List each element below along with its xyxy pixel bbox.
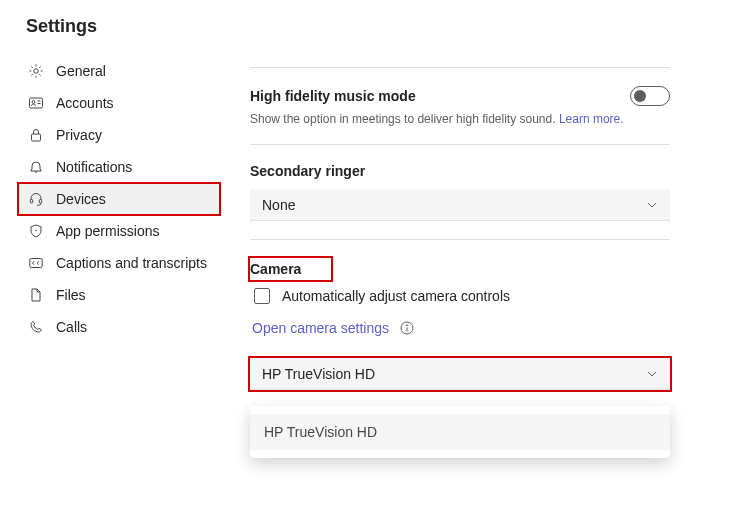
chevron-down-icon <box>646 368 658 380</box>
camera-select[interactable]: HP TrueVision HD <box>250 358 670 390</box>
svg-rect-7 <box>30 259 42 268</box>
sidebar-item-label: App permissions <box>56 223 160 239</box>
svg-rect-4 <box>30 200 32 204</box>
camera-option[interactable]: HP TrueVision HD <box>250 414 670 450</box>
music-mode-desc: Show the option in meetings to deliver h… <box>250 112 670 126</box>
sidebar-item-notifications[interactable]: Notifications <box>18 151 220 183</box>
sidebar-item-captions[interactable]: Captions and transcripts <box>18 247 220 279</box>
sidebar-item-general[interactable]: General <box>18 55 220 87</box>
sidebar-item-label: Calls <box>56 319 87 335</box>
secondary-ringer-title: Secondary ringer <box>250 163 670 179</box>
sidebar-item-app-permissions[interactable]: App permissions <box>18 215 220 247</box>
chevron-down-icon <box>646 199 658 211</box>
gear-icon <box>28 63 44 79</box>
svg-point-0 <box>34 69 38 73</box>
sidebar-item-label: Devices <box>56 191 106 207</box>
shield-icon <box>28 223 44 239</box>
svg-point-2 <box>32 101 35 104</box>
music-mode-section: High fidelity music mode Show the option… <box>250 68 670 144</box>
camera-auto-adjust-checkbox[interactable] <box>254 288 270 304</box>
sidebar-item-accounts[interactable]: Accounts <box>18 87 220 119</box>
music-mode-title: High fidelity music mode <box>250 88 416 104</box>
svg-rect-1 <box>30 98 43 108</box>
camera-select-value: HP TrueVision HD <box>262 366 375 382</box>
secondary-ringer-value: None <box>262 197 295 213</box>
headset-icon <box>28 191 44 207</box>
file-icon <box>28 287 44 303</box>
open-camera-settings-link[interactable]: Open camera settings <box>252 320 389 336</box>
svg-point-9 <box>406 325 407 326</box>
captions-icon <box>28 255 44 271</box>
info-icon[interactable] <box>399 320 415 336</box>
sidebar-item-calls[interactable]: Calls <box>18 311 220 343</box>
phone-icon <box>28 319 44 335</box>
sidebar-item-label: Privacy <box>56 127 102 143</box>
sidebar-item-label: Accounts <box>56 95 114 111</box>
sidebar-item-label: General <box>56 63 106 79</box>
id-card-icon <box>28 95 44 111</box>
camera-section: Camera Automatically adjust camera contr… <box>250 240 670 390</box>
sidebar-item-label: Captions and transcripts <box>56 255 207 271</box>
music-mode-desc-text: Show the option in meetings to deliver h… <box>250 112 556 126</box>
music-mode-toggle[interactable] <box>630 86 670 106</box>
page-title: Settings <box>0 0 730 55</box>
camera-title-highlight: Camera <box>250 258 331 280</box>
learn-more-link[interactable]: Learn more. <box>559 112 624 126</box>
svg-rect-3 <box>32 134 41 141</box>
sidebar-item-files[interactable]: Files <box>18 279 220 311</box>
secondary-ringer-section: Secondary ringer None <box>250 145 670 239</box>
sidebar-item-devices[interactable]: Devices <box>18 183 220 215</box>
camera-title: Camera <box>250 261 301 277</box>
svg-point-6 <box>36 230 37 231</box>
lock-icon <box>28 127 44 143</box>
camera-select-dropdown: HP TrueVision HD <box>250 406 670 458</box>
sidebar-item-label: Files <box>56 287 86 303</box>
settings-main: High fidelity music mode Show the option… <box>230 55 730 512</box>
camera-auto-adjust-label: Automatically adjust camera controls <box>282 288 510 304</box>
bell-icon <box>28 159 44 175</box>
sidebar-item-privacy[interactable]: Privacy <box>18 119 220 151</box>
sidebar-item-label: Notifications <box>56 159 132 175</box>
svg-rect-5 <box>39 200 41 204</box>
settings-sidebar: General Accounts Privacy Notifications <box>0 55 230 512</box>
secondary-ringer-select[interactable]: None <box>250 189 670 221</box>
camera-auto-adjust-row: Automatically adjust camera controls <box>250 288 670 304</box>
